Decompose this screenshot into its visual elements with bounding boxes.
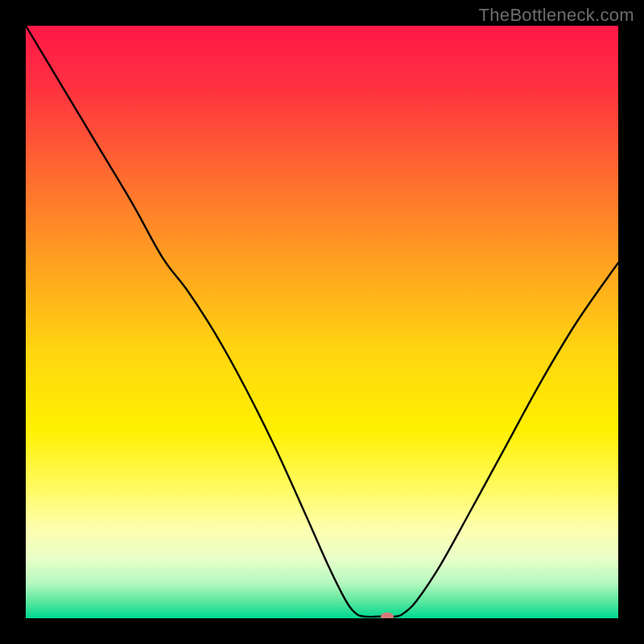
watermark-text: TheBottleneck.com xyxy=(479,5,634,26)
chart-plot-area xyxy=(26,26,618,618)
chart-svg xyxy=(26,26,618,618)
chart-background xyxy=(26,26,618,618)
chart-frame: TheBottleneck.com xyxy=(0,0,644,644)
